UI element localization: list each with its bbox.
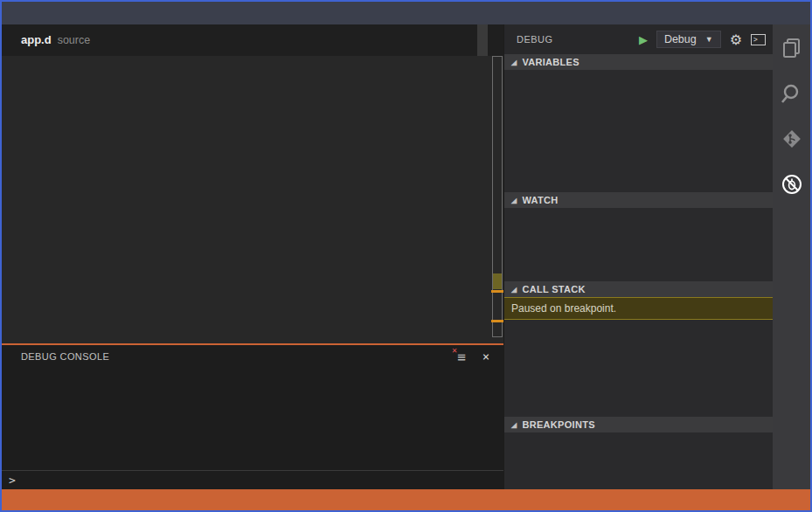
call-stack-label: CALL STACK [522, 284, 585, 294]
debug-toolbar [477, 24, 488, 56]
clear-lines-glyph: ≡ [457, 349, 466, 365]
overview-mark-peek-top [491, 290, 503, 293]
twist-icon: ◢ [511, 59, 517, 66]
watch-section: ◢ WATCH [504, 192, 773, 281]
variables-section: ◢ VARIABLES [504, 54, 773, 192]
prompt-chevron: > [9, 474, 16, 487]
debug-config-dropdown[interactable]: Debug ▼ [656, 31, 721, 48]
chevron-down-icon: ▼ [705, 35, 713, 44]
search-icon[interactable] [781, 82, 803, 105]
overview-mark-currentline [493, 273, 502, 289]
gear-icon[interactable]: ⚙ [730, 31, 742, 48]
editor-column: app.d source DEBUG CONSOLE ≡ [2, 24, 503, 489]
twist-icon: ◢ [511, 197, 517, 204]
open-repl-icon[interactable]: > [751, 34, 766, 45]
variables-label: VARIABLES [522, 57, 579, 67]
debug-icon[interactable] [781, 173, 803, 196]
status-bar [2, 489, 810, 510]
editor-scrollbar[interactable] [491, 56, 503, 343]
call-stack-list: Paused on breakpoint. [504, 297, 773, 417]
code-editor[interactable] [2, 56, 503, 343]
call-stack-section: ◢ CALL STACK Paused on breakpoint. [504, 281, 773, 417]
call-stack-section-header[interactable]: ◢ CALL STACK [504, 281, 773, 297]
source-control-icon[interactable] [781, 128, 803, 150]
overview-mark-peek-bottom [491, 320, 503, 322]
watch-section-header[interactable]: ◢ WATCH [504, 192, 773, 208]
debug-sidebar: DEBUG ▶ Debug ▼ ⚙ > ◢ VARIABLES ◢ [503, 24, 773, 489]
debug-config-name: Debug [664, 33, 697, 45]
breakpoints-list [504, 432, 773, 489]
scrollbar-thumb[interactable] [492, 56, 503, 337]
tab-bar: app.d source [2, 24, 503, 56]
twist-icon: ◢ [511, 421, 517, 429]
vscode-window: app.d source DEBUG CONSOLE ≡ [0, 0, 812, 512]
menu-bar [2, 2, 810, 24]
debug-console-input[interactable]: > [2, 470, 503, 489]
activity-bar [773, 24, 810, 489]
twist-icon: ◢ [511, 286, 517, 294]
debug-console-panel: DEBUG CONSOLE ≡ ✕ × > [2, 343, 503, 489]
main-area: app.d source DEBUG CONSOLE ≡ [2, 24, 810, 489]
code-area [2, 56, 503, 58]
tab-file-name: app.d [21, 24, 52, 56]
debug-console-header: DEBUG CONSOLE ≡ ✕ × [2, 345, 503, 368]
variables-list [504, 70, 773, 192]
start-debug-icon[interactable]: ▶ [639, 33, 648, 46]
watch-list [504, 208, 773, 281]
variables-section-header[interactable]: ◢ VARIABLES [504, 54, 773, 70]
breakpoints-label: BREAKPOINTS [522, 419, 594, 430]
tab-app-d[interactable]: app.d source [2, 24, 102, 56]
debug-sidebar-title: DEBUG [517, 34, 639, 45]
close-panel-icon[interactable]: × [479, 349, 493, 363]
debug-console-output [2, 368, 503, 370]
tab-file-hint: source [58, 24, 91, 56]
clear-console-icon[interactable]: ≡ ✕ [453, 349, 470, 365]
clear-x-glyph: ✕ [452, 345, 457, 355]
debug-console-title: DEBUG CONSOLE [21, 351, 453, 362]
paused-status-banner: Paused on breakpoint. [504, 297, 773, 320]
debug-sidebar-header: DEBUG ▶ Debug ▼ ⚙ > [504, 24, 773, 54]
explorer-icon[interactable] [781, 37, 803, 59]
breakpoints-section-header[interactable]: ◢ BREAKPOINTS [504, 417, 773, 432]
watch-label: WATCH [522, 195, 558, 205]
breakpoints-section: ◢ BREAKPOINTS [504, 417, 773, 489]
